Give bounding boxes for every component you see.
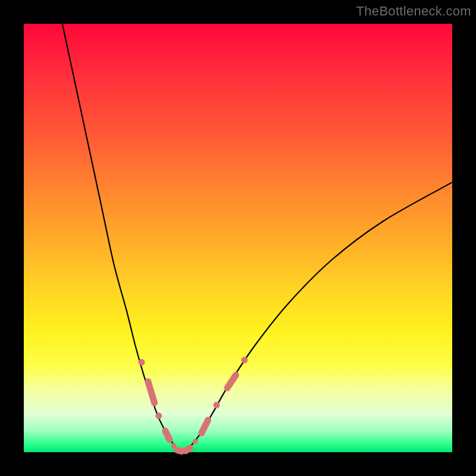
marker-group: [139, 357, 248, 454]
marker-segment: [148, 381, 155, 403]
marker-segment: [165, 431, 170, 439]
marker-dot: [241, 357, 248, 364]
marker-segment: [202, 420, 208, 433]
plot-area: [24, 24, 452, 452]
marker-segment: [227, 375, 236, 388]
watermark-text: TheBottleneck.com: [356, 4, 471, 19]
curve-left-branch: [62, 24, 180, 452]
marker-segment: [186, 448, 190, 451]
marker-dot: [193, 439, 198, 444]
marker-dot: [155, 412, 162, 419]
marker-dot: [139, 359, 145, 365]
chart-frame: TheBottleneck.com: [0, 0, 476, 476]
chart-svg: [24, 24, 452, 452]
marker-segment: [177, 450, 181, 451]
marker-dot: [214, 402, 220, 408]
curve-right-branch: [184, 182, 452, 452]
